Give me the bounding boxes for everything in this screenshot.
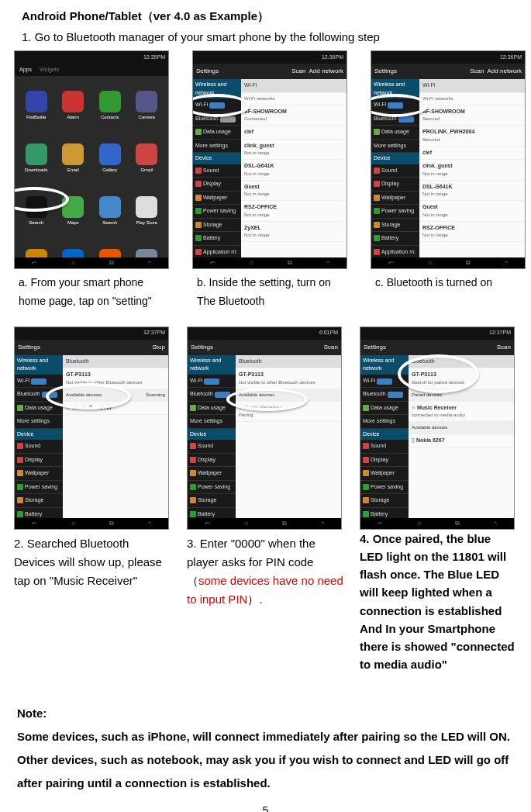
app-item[interactable]: Contacts <box>93 81 127 130</box>
wifi-network[interactable]: clef <box>241 126 347 140</box>
scan-button[interactable]: Scan <box>470 67 484 74</box>
app-bar: SettingsScan <box>360 340 514 355</box>
sidebar-bluetooth[interactable]: Bluetooth <box>360 388 409 402</box>
wifi-network[interactable]: Wi-Fi networks <box>241 93 347 105</box>
sidebar-wallpaper[interactable]: Wallpaper <box>188 467 236 481</box>
app-item[interactable]: Maps <box>57 186 91 236</box>
sidebar-storage[interactable]: Storage <box>188 494 236 508</box>
scan-button[interactable]: Scan <box>324 343 338 352</box>
sidebar-wifi[interactable]: Wi-Fi <box>15 375 63 389</box>
wifi-network[interactable]: SF-SHOWROOMSecured <box>419 105 525 126</box>
bt-music-receiver-connected[interactable]: ∩ Music Receiverconnected to media audio <box>409 402 514 423</box>
sidebar-sound[interactable]: Sound <box>360 440 409 454</box>
wifi-network[interactable]: clink_guestNot in range <box>241 140 347 161</box>
app-item[interactable]: Search <box>19 186 53 236</box>
sidebar-display[interactable]: Display <box>360 454 409 468</box>
sidebar-bluetooth[interactable]: Bluetooth <box>193 112 241 126</box>
wifi-title: Wi-Fi <box>419 79 525 93</box>
sidebar-sound[interactable]: Sound <box>371 164 419 178</box>
sidebar-display[interactable]: Display <box>193 178 241 192</box>
nav-bar: ⤺⌂⧉^ <box>360 518 514 529</box>
bt-title: Bluetooth <box>409 355 514 369</box>
sidebar-battery[interactable]: Battery <box>193 232 241 246</box>
sidebar-storage[interactable]: Storage <box>15 494 63 508</box>
sidebar-power[interactable]: Power saving <box>188 481 236 495</box>
sidebar-data[interactable]: Data usage <box>193 126 241 140</box>
bt-panel: Bluetooth GT-P3113Search for paired devi… <box>409 355 514 518</box>
bt-music-receiver-pairing[interactable]: ∩ Music ReceiverPairing <box>236 402 341 423</box>
sidebar-more[interactable]: More settings <box>360 415 409 429</box>
app-item[interactable]: Camera <box>130 81 164 130</box>
sidebar-storage[interactable]: Storage <box>371 219 419 233</box>
wifi-network[interactable]: Wi-Fi networks <box>419 93 525 105</box>
sidebar-power[interactable]: Power saving <box>193 205 241 219</box>
sidebar-wifi[interactable]: Wi-Fi <box>188 375 236 389</box>
app-item[interactable]: Search <box>93 186 127 236</box>
bt-self[interactable]: GT-P3113Not visible to other Bluetooth d… <box>63 368 168 389</box>
app-item[interactable]: Gmail <box>130 133 164 183</box>
wifi-network[interactable]: DSL-G641KNot in range <box>419 181 525 202</box>
sidebar-more[interactable]: More settings <box>193 140 241 154</box>
sidebar-wallpaper[interactable]: Wallpaper <box>15 467 63 481</box>
sidebar-wifi[interactable]: Wi-Fi <box>371 98 419 112</box>
bt-self[interactable]: GT-P3113Search for paired devices <box>409 368 514 389</box>
sidebar-wallpaper[interactable]: Wallpaper <box>360 467 409 481</box>
sidebar-sound[interactable]: Sound <box>193 164 241 178</box>
wifi-network[interactable]: PROLiNK_PWH2004Secured <box>419 126 525 147</box>
wifi-network[interactable]: RSZ-OFFICENot in range <box>241 201 347 222</box>
sidebar-data[interactable]: Data usage <box>360 402 409 416</box>
wifi-network[interactable]: clef <box>419 147 525 161</box>
bt-music-receiver[interactable]: ∩Music Receiver <box>63 402 168 416</box>
sidebar-data[interactable]: Data usage <box>371 126 419 140</box>
sidebar-wallpaper[interactable]: Wallpaper <box>193 192 241 206</box>
sidebar-power[interactable]: Power saving <box>15 481 63 495</box>
sidebar-more[interactable]: More settings <box>371 140 419 154</box>
status-bar: 12:37 PM <box>360 327 514 340</box>
sidebar-power[interactable]: Power saving <box>360 481 409 495</box>
screenshot-row-2: 12:37 PM SettingsStop Wireless and netwo… <box>8 327 523 674</box>
wifi-network[interactable]: RSZ-OFFICENot in range <box>419 222 525 243</box>
status-bar: 12:35 PM <box>15 51 168 64</box>
wifi-network[interactable]: SF-SHOWROOMConnected <box>241 105 347 126</box>
sidebar-sound[interactable]: Sound <box>188 440 236 454</box>
sidebar-display[interactable]: Display <box>188 454 236 468</box>
add-network-button[interactable]: Add network <box>488 67 522 74</box>
sidebar-display[interactable]: Display <box>371 178 419 192</box>
app-item[interactable]: FlatBattle <box>19 81 53 130</box>
stop-button[interactable]: Stop <box>153 343 165 352</box>
wifi-network[interactable]: ZyXELNot in range <box>241 222 347 243</box>
sidebar-bluetooth[interactable]: Bluetooth <box>15 388 63 402</box>
sidebar-wallpaper[interactable]: Wallpaper <box>371 192 419 206</box>
sidebar-sound[interactable]: Sound <box>15 440 63 454</box>
sidebar-data[interactable]: Data usage <box>188 402 236 416</box>
sidebar-wifi[interactable]: Wi-Fi <box>360 375 409 389</box>
wifi-network[interactable]: DSL-G641KNot in range <box>241 160 347 181</box>
sidebar-more[interactable]: More settings <box>188 415 236 429</box>
add-network-button[interactable]: Add network <box>309 67 343 74</box>
sidebar-bluetooth[interactable]: Bluetooth <box>188 388 236 402</box>
app-item[interactable]: Gallery <box>93 133 127 183</box>
sidebar-wifi[interactable]: Wi-Fi <box>193 98 241 112</box>
sidebar-storage[interactable]: Storage <box>193 219 241 233</box>
wifi-network[interactable]: GuestNot in range <box>419 201 525 222</box>
app-item[interactable]: Downloads <box>19 133 53 183</box>
sidebar-display[interactable]: Display <box>15 454 63 468</box>
bt-avail: Available devicesScanning <box>63 389 168 402</box>
sidebar-bluetooth[interactable]: Bluetooth <box>371 112 419 126</box>
screenshot-a: 12:35 PM AppsWidgets FlatBattle Alarm Co… <box>14 50 169 269</box>
bt-nokia[interactable]: ▯ Nokia 6267 <box>409 434 514 448</box>
wifi-network[interactable]: GuestNot in range <box>241 181 347 202</box>
step-1-text: 1. Go to Bluetooth manager of your smart… <box>8 29 523 47</box>
sidebar-data[interactable]: Data usage <box>15 402 63 416</box>
bt-self[interactable]: GT-P3113Not visible to other Bluetooth d… <box>236 368 341 389</box>
scan-button[interactable]: Scan <box>291 67 305 74</box>
app-item[interactable]: Email <box>57 133 91 183</box>
sidebar-more[interactable]: More settings <box>15 415 63 429</box>
wifi-network[interactable]: clink_guestNot in range <box>419 160 525 181</box>
app-item[interactable]: Alarm <box>57 81 91 130</box>
app-item[interactable]: Play Store <box>130 186 164 236</box>
scan-button[interactable]: Scan <box>497 343 511 352</box>
sidebar-power[interactable]: Power saving <box>371 205 419 219</box>
sidebar-battery[interactable]: Battery <box>371 232 419 246</box>
sidebar-storage[interactable]: Storage <box>360 494 409 508</box>
